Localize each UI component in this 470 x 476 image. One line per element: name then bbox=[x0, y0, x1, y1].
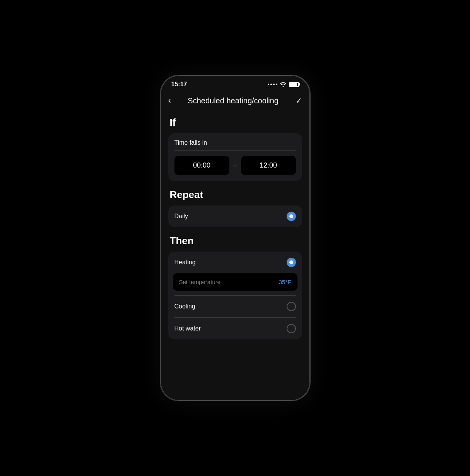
heating-label: Heating bbox=[174, 259, 196, 266]
battery-icon bbox=[289, 82, 299, 87]
status-icons bbox=[268, 82, 299, 87]
repeat-section-label: Repeat bbox=[170, 189, 302, 201]
status-time: 15:17 bbox=[171, 81, 187, 88]
time-falls-in-card: Time falls in 00:00 – 12:00 bbox=[168, 133, 302, 181]
if-section-label: If bbox=[170, 116, 302, 128]
phone-frame: 15:17 ‹ Scheduled heating/cooling ✓ If T… bbox=[160, 75, 311, 401]
repeat-card[interactable]: Daily bbox=[168, 205, 302, 227]
heating-option-row[interactable]: Heating bbox=[168, 252, 302, 273]
confirm-button[interactable]: ✓ bbox=[292, 94, 302, 107]
then-section-label: Then bbox=[170, 235, 302, 247]
heating-radio-button[interactable] bbox=[287, 258, 296, 267]
time-separator: – bbox=[233, 161, 237, 170]
signal-icon bbox=[268, 84, 277, 85]
repeat-option-label: Daily bbox=[174, 213, 188, 220]
page-title: Scheduled heating/cooling bbox=[188, 96, 279, 105]
temperature-value: 35°F bbox=[279, 279, 291, 285]
cooling-radio-button[interactable] bbox=[287, 302, 296, 311]
temperature-row[interactable]: Set temperature 35°F bbox=[173, 273, 297, 291]
cooling-option-row[interactable]: Cooling bbox=[168, 296, 302, 317]
card-divider bbox=[174, 150, 296, 151]
time-row: 00:00 – 12:00 bbox=[174, 156, 296, 175]
start-time-button[interactable]: 00:00 bbox=[174, 156, 229, 175]
hot-water-radio-button[interactable] bbox=[287, 324, 296, 333]
wifi-icon bbox=[280, 82, 287, 87]
nav-bar: ‹ Scheduled heating/cooling ✓ bbox=[161, 91, 310, 113]
hot-water-option-row[interactable]: Hot water bbox=[168, 318, 302, 339]
then-card: Heating Set temperature 35°F Cooling Hot… bbox=[168, 252, 302, 339]
hot-water-label: Hot water bbox=[174, 325, 201, 332]
cooling-label: Cooling bbox=[174, 303, 195, 310]
time-falls-in-title: Time falls in bbox=[174, 139, 296, 146]
end-time-button[interactable]: 12:00 bbox=[241, 156, 296, 175]
daily-radio-button[interactable] bbox=[287, 212, 296, 221]
screen-content: If Time falls in 00:00 – 12:00 Repeat Da… bbox=[161, 113, 310, 401]
back-button[interactable]: ‹ bbox=[168, 94, 174, 107]
set-temperature-label: Set temperature bbox=[179, 279, 221, 285]
status-bar: 15:17 bbox=[161, 75, 310, 91]
